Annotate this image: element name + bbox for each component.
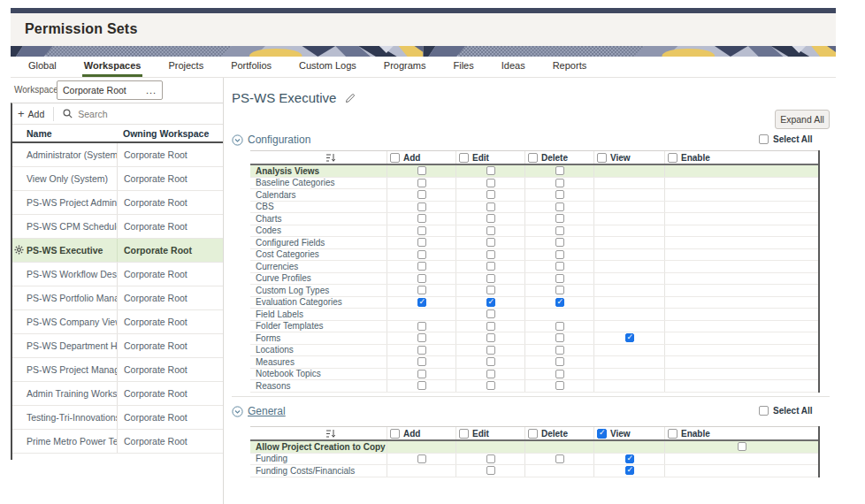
- delete-checkbox[interactable]: [555, 357, 564, 366]
- add-checkbox[interactable]: [417, 166, 426, 175]
- edit-checkbox[interactable]: [486, 190, 495, 199]
- add-column-checkbox[interactable]: [390, 153, 400, 163]
- edit-checkbox[interactable]: [486, 262, 495, 271]
- tab-global[interactable]: Global: [27, 57, 58, 77]
- permission-set-row[interactable]: View Only (System)Corporate Root: [12, 167, 223, 191]
- add-checkbox[interactable]: [417, 333, 426, 342]
- permission-row[interactable]: Codes: [250, 225, 818, 238]
- view-column-checkbox[interactable]: [597, 153, 607, 163]
- permission-row[interactable]: Calendars: [250, 189, 818, 202]
- expand-all-button[interactable]: Expand All: [775, 110, 830, 129]
- permission-row[interactable]: Curve Profiles: [250, 273, 818, 286]
- edit-checkbox[interactable]: [486, 250, 495, 259]
- permission-row[interactable]: Allow Project Creation to Copy fro...: [250, 441, 818, 454]
- edit-checkbox[interactable]: [486, 202, 495, 211]
- edit-checkbox[interactable]: [486, 274, 495, 283]
- delete-checkbox[interactable]: [555, 202, 564, 211]
- view-column-checkbox[interactable]: [597, 429, 607, 439]
- edit-checkbox[interactable]: [486, 357, 495, 366]
- delete-checkbox[interactable]: [555, 274, 564, 283]
- add-checkbox[interactable]: [417, 202, 426, 211]
- delete-checkbox[interactable]: [555, 286, 564, 294]
- select-all-general[interactable]: Select All: [759, 406, 813, 416]
- permission-set-row[interactable]: Prime Metro Power TestingCorporate Root: [12, 430, 223, 454]
- add-checkbox[interactable]: [417, 262, 426, 271]
- add-checkbox[interactable]: [417, 179, 426, 187]
- tab-files[interactable]: Files: [452, 57, 476, 77]
- column-header-name[interactable]: Name: [12, 128, 117, 139]
- sort-icon[interactable]: [326, 429, 336, 439]
- permission-set-row[interactable]: PS-WS CPM SchedulerCorporate Root: [12, 215, 223, 239]
- add-checkbox[interactable]: [417, 322, 426, 331]
- add-checkbox[interactable]: [417, 298, 426, 307]
- enable-column-checkbox[interactable]: [668, 429, 677, 439]
- edit-checkbox[interactable]: [486, 286, 495, 294]
- delete-checkbox[interactable]: [555, 454, 564, 463]
- add-checkbox[interactable]: [417, 346, 426, 355]
- view-checkbox[interactable]: [625, 454, 634, 463]
- delete-checkbox[interactable]: [555, 190, 564, 199]
- edit-column-checkbox[interactable]: [459, 153, 469, 163]
- enable-checkbox[interactable]: [738, 442, 746, 451]
- edit-checkbox[interactable]: [486, 226, 495, 235]
- delete-checkbox[interactable]: [555, 298, 564, 307]
- delete-checkbox[interactable]: [555, 370, 564, 378]
- add-button[interactable]: + Add: [12, 107, 53, 120]
- workspace-combobox[interactable]: Corporate Root ...: [57, 80, 163, 100]
- tab-reports[interactable]: Reports: [551, 57, 589, 77]
- edit-checkbox[interactable]: [486, 238, 495, 247]
- select-all-checkbox[interactable]: [759, 134, 769, 144]
- delete-column-checkbox[interactable]: [528, 153, 538, 163]
- add-checkbox[interactable]: [417, 286, 426, 294]
- section-configuration[interactable]: Configuration: [232, 134, 310, 146]
- permission-row[interactable]: Evaluation Categories: [250, 297, 818, 309]
- edit-checkbox[interactable]: [486, 346, 495, 355]
- permission-set-row[interactable]: PS-WS Department HeadCorporate Root: [12, 334, 223, 358]
- add-checkbox[interactable]: [417, 381, 426, 390]
- search-input[interactable]: Search: [63, 109, 107, 119]
- permission-set-row[interactable]: Administrator (System)Corporate Root: [12, 143, 223, 167]
- permission-row[interactable]: Currencies: [250, 261, 818, 273]
- enable-column-checkbox[interactable]: [668, 153, 677, 163]
- permission-set-row[interactable]: PS-WS Company ViewerCorporate Root: [12, 310, 223, 334]
- add-column-checkbox[interactable]: [390, 429, 400, 439]
- delete-checkbox[interactable]: [555, 238, 564, 247]
- add-checkbox[interactable]: [417, 250, 426, 259]
- permission-row[interactable]: Custom Log Types: [250, 285, 818, 297]
- delete-checkbox[interactable]: [555, 322, 564, 331]
- permission-set-row[interactable]: PS-WS ExecutiveCorporate Root: [12, 239, 223, 263]
- add-checkbox[interactable]: [417, 274, 426, 283]
- permission-row[interactable]: Configured Fields: [250, 237, 818, 249]
- select-all-checkbox[interactable]: [759, 406, 769, 416]
- delete-checkbox[interactable]: [555, 262, 564, 271]
- column-header-owning-workspace[interactable]: Owning Workspace: [117, 128, 209, 139]
- delete-checkbox[interactable]: [555, 381, 564, 390]
- delete-checkbox[interactable]: [555, 250, 564, 259]
- add-checkbox[interactable]: [417, 238, 426, 247]
- sort-icon[interactable]: [326, 153, 336, 163]
- tab-custom-logs[interactable]: Custom Logs: [297, 57, 358, 77]
- view-checkbox[interactable]: [625, 333, 634, 342]
- tab-ideas[interactable]: Ideas: [500, 57, 527, 77]
- edit-checkbox[interactable]: [486, 214, 495, 223]
- tab-portfolios[interactable]: Portfolios: [229, 57, 273, 77]
- permission-row[interactable]: Analysis Views: [250, 165, 818, 178]
- add-checkbox[interactable]: [417, 370, 426, 378]
- view-checkbox[interactable]: [625, 466, 634, 475]
- permission-set-row[interactable]: PS-WS Portfolio ManagerCorporate Root: [12, 286, 223, 310]
- edit-checkbox[interactable]: [486, 298, 495, 307]
- permission-set-row[interactable]: Admin Training Workspa...Corporate Root: [12, 382, 223, 406]
- delete-checkbox[interactable]: [555, 179, 564, 187]
- ellipsis-icon[interactable]: ...: [141, 85, 162, 95]
- permission-row[interactable]: CBS: [250, 202, 818, 214]
- permission-row[interactable]: Locations: [250, 345, 818, 357]
- permission-row[interactable]: Reasons: [250, 380, 818, 393]
- permission-row[interactable]: Field Labels: [250, 309, 818, 321]
- tab-workspaces[interactable]: Workspaces: [82, 57, 143, 77]
- edit-checkbox[interactable]: [486, 179, 495, 187]
- permission-set-row[interactable]: PS-WS Project AdminCorporate Root: [12, 191, 223, 215]
- permission-row[interactable]: Measures: [250, 356, 818, 369]
- add-checkbox[interactable]: [417, 190, 426, 199]
- permission-row[interactable]: Baseline Categories: [250, 178, 818, 190]
- edit-checkbox[interactable]: [486, 166, 495, 175]
